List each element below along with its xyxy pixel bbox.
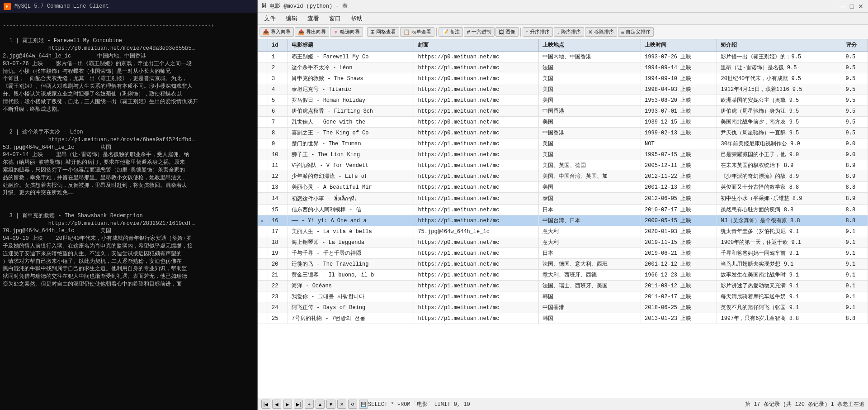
table-row[interactable]: 10 狮子王 - The Lion King https://p1.meitua… bbox=[258, 149, 868, 160]
cell-desc: 当鸟儿用翅膀去实现梦想 9.1 bbox=[717, 259, 842, 270]
cell-date: 2013-01-23 上映 bbox=[641, 313, 717, 324]
row-arrow: ▶ bbox=[258, 215, 268, 226]
cell-title: 我爱你 - 그대를 사랑합니다 bbox=[288, 291, 414, 302]
sort-desc-label: 降序排序 bbox=[561, 29, 581, 35]
hex-label: 十六进制 bbox=[472, 29, 491, 35]
table-row[interactable]: 15 信东西的小人阿利模棒 - 信 https://p1.meituan.net… bbox=[258, 205, 868, 215]
col-id[interactable]: id bbox=[268, 39, 288, 51]
row-arrow bbox=[258, 62, 268, 73]
menu-window[interactable]: 窗口 bbox=[325, 14, 345, 24]
export-wizard-button[interactable]: 📤 导出向导 bbox=[295, 27, 329, 37]
nav-next-button[interactable]: ▶ bbox=[283, 400, 292, 409]
cell-cover: https://p1.meituan.net/mc bbox=[414, 281, 539, 291]
cell-desc: 唐伯虎（周星驰饰）身为江 9.5 bbox=[717, 106, 842, 117]
menu-file[interactable]: 文件 bbox=[259, 14, 280, 24]
toolbar-separator-3 bbox=[520, 28, 521, 37]
sort-desc-button[interactable]: ↓ 降序排序 bbox=[554, 27, 584, 37]
table-row[interactable]: 9 楚门的世界 - The Truman https://p1.meituan.… bbox=[258, 138, 868, 149]
col-date[interactable]: 上映时间 bbox=[641, 39, 717, 51]
wb-statusbar: |◀ ◀ ▶ ▶| + ▲ ▼ ✕ ↺ 💾 SELECT * FROM `电影`… bbox=[258, 398, 868, 410]
table-row[interactable]: 2 这个杀手不太冷 - Léon https://p1.meituan.net/… bbox=[258, 62, 868, 73]
cell-title: 罗马假日 - Roman Holiday bbox=[288, 95, 414, 106]
menu-edit[interactable]: 编辑 bbox=[281, 14, 302, 24]
cell-id: 5 bbox=[268, 95, 288, 106]
nav-add-button[interactable]: + bbox=[305, 400, 314, 409]
cell-id: 2 bbox=[268, 62, 288, 73]
menu-help[interactable]: 帮助 bbox=[346, 14, 367, 24]
col-location[interactable]: 上映地点 bbox=[539, 39, 641, 51]
row-arrow bbox=[258, 270, 268, 281]
cell-location: 意大利 bbox=[539, 237, 641, 248]
table-row[interactable]: 5 罗马假日 - Roman Holiday https://p1.meitua… bbox=[258, 95, 868, 106]
cell-cover: https://p1.meituan.net/mc bbox=[414, 160, 539, 171]
table-row[interactable]: 23 我爱你 - 그대를 사랑합니다 https://p1.meituan.ne… bbox=[258, 291, 868, 302]
cell-cover: https://p1.meituan.net/mc bbox=[414, 106, 539, 117]
nav-refresh-button[interactable]: ↺ bbox=[348, 400, 357, 409]
table-row[interactable]: 22 海洋 - Océans https://p1.meituan.net/mc… bbox=[258, 281, 868, 291]
minimize-button[interactable]: — bbox=[839, 3, 846, 10]
table-row[interactable]: 8 喜剧之王 - The King of Co https://p0.meitu… bbox=[258, 128, 868, 138]
terminal-titlebar: M MySQL 5.7 Command Line Client bbox=[0, 0, 257, 13]
cell-location: 法国 bbox=[539, 62, 641, 73]
remove-sort-button[interactable]: ✕ 移除排序 bbox=[585, 27, 617, 37]
cell-location: 美国 bbox=[539, 84, 641, 95]
close-button[interactable]: ✕ bbox=[857, 3, 864, 10]
nav-delete-button[interactable]: ▲ bbox=[316, 400, 325, 409]
nav-last-button[interactable]: ▶| bbox=[294, 400, 303, 409]
cell-id: 20 bbox=[268, 259, 288, 270]
cell-cover: https://p1.meituan.net/mc bbox=[414, 84, 539, 95]
nav-down-button[interactable]: ✕ bbox=[337, 400, 346, 409]
table-row[interactable]: 3 肖申克的救赎 - The Shaws https://p0.meituan.… bbox=[258, 73, 868, 84]
cell-location: 意大利、西班牙、西德 bbox=[539, 270, 641, 281]
table-row[interactable]: 14 初恋这件小事 - สิ่งเล็กๆที่เ https://p1.mei… bbox=[258, 193, 868, 205]
table-row[interactable]: 20 迁徙的鸟 - The Travelling https://p1.meit… bbox=[258, 259, 868, 270]
filter-icon: ▼ bbox=[333, 29, 339, 35]
col-desc[interactable]: 短介绍 bbox=[717, 39, 842, 51]
nav-prev-button[interactable]: ◀ bbox=[272, 400, 281, 409]
table-row[interactable]: 4 泰坦尼克号 - Titanic https://p1.meituan.net… bbox=[258, 84, 868, 95]
wb-table-container[interactable]: id 电影标题 封面 上映地点 上映时间 短介绍 评分 1 霸王别姬 - Far… bbox=[258, 39, 868, 398]
filter-wizard-button[interactable]: ▼ 筛选向导 bbox=[330, 27, 363, 37]
cell-desc: 美国南北战争前夕，南方农 9.5 bbox=[717, 117, 842, 128]
row-arrow bbox=[258, 95, 268, 106]
table-row[interactable]: 18 海上钢琴师 - La leggenda https://p0.meitua… bbox=[258, 237, 868, 248]
table-row[interactable]: 1 霸王别姬 - Farewell My Co https://p0.meitu… bbox=[258, 51, 868, 62]
cell-cover: https://p1.meituan.net/mc bbox=[414, 182, 539, 193]
col-title[interactable]: 电影标题 bbox=[288, 39, 414, 51]
nav-up-button[interactable]: ▼ bbox=[326, 400, 335, 409]
table-row[interactable]: 13 美丽心灵 - A Beautiful Mir https://p1.mei… bbox=[258, 182, 868, 193]
table-row[interactable]: 25 7号房的礼物 - 7번방의 선물 https://p1.meituan.n… bbox=[258, 313, 868, 324]
cell-cover: https://p1.meituan.net/mc bbox=[414, 205, 539, 215]
cell-cover: https://p1.meituan.net/mc bbox=[414, 62, 539, 73]
grid-view-button[interactable]: ⊞ 网格查看 bbox=[367, 27, 399, 37]
custom-sort-button[interactable]: ≡ 自定义排序 bbox=[618, 27, 654, 37]
table-row[interactable]: 12 少年派的奇幻漂流 - Life of https://p1.meituan… bbox=[258, 171, 868, 182]
nav-save-button[interactable]: 💾 bbox=[359, 400, 368, 409]
table-row[interactable]: 6 唐伯虎点秋香 - Flirting Sch https://p1.meitu… bbox=[258, 106, 868, 117]
maximize-button[interactable]: □ bbox=[848, 3, 855, 10]
sort-asc-button[interactable]: ↑ 升序排序 bbox=[523, 27, 553, 37]
notes-button[interactable]: 📝 备注 bbox=[439, 27, 463, 37]
form-view-button[interactable]: 📋 表单查看 bbox=[400, 27, 434, 37]
col-rating[interactable]: 评分 bbox=[842, 39, 868, 51]
cell-id: 4 bbox=[268, 84, 288, 95]
import-wizard-button[interactable]: 📥 导入向导 bbox=[259, 27, 294, 37]
hex-button[interactable]: # 十六进制 bbox=[464, 27, 495, 37]
table-row[interactable]: ▶ 16 —— - Yi yi: A One and a https://p1.… bbox=[258, 215, 868, 226]
table-row[interactable]: 7 乱世佳人 - Gone with the https://p0.meitua… bbox=[258, 117, 868, 128]
row-arrow bbox=[258, 84, 268, 95]
menu-view[interactable]: 查看 bbox=[303, 14, 324, 24]
image-button[interactable]: 🖼 图像 bbox=[495, 27, 519, 37]
table-row[interactable]: 11 V字仇杀队 - V for Vendett https://p1.meit… bbox=[258, 160, 868, 171]
table-row[interactable]: 24 阿飞正传 - Days of Being https://p1.meitu… bbox=[258, 302, 868, 313]
table-row[interactable]: 19 千与千寻 - 千と千尋の神隠 https://p1.meituan.net… bbox=[258, 248, 868, 259]
cell-title: 泰坦尼克号 - Titanic bbox=[288, 84, 414, 95]
table-row[interactable]: 17 美丽人生 - La vita è bella 75.jpg@464w_64… bbox=[258, 226, 868, 237]
cell-id: 13 bbox=[268, 182, 288, 193]
table-row[interactable]: 21 黄金三镖客 - Il buono, il b https://p1.mei… bbox=[258, 270, 868, 281]
cell-id: 11 bbox=[268, 160, 288, 171]
cell-date: 1994-09-14 上映 bbox=[641, 62, 717, 73]
nav-first-button[interactable]: |◀ bbox=[261, 400, 270, 409]
cell-desc: 在未来英国的极权统治下 8.9 bbox=[717, 160, 842, 171]
col-cover[interactable]: 封面 bbox=[414, 39, 539, 51]
